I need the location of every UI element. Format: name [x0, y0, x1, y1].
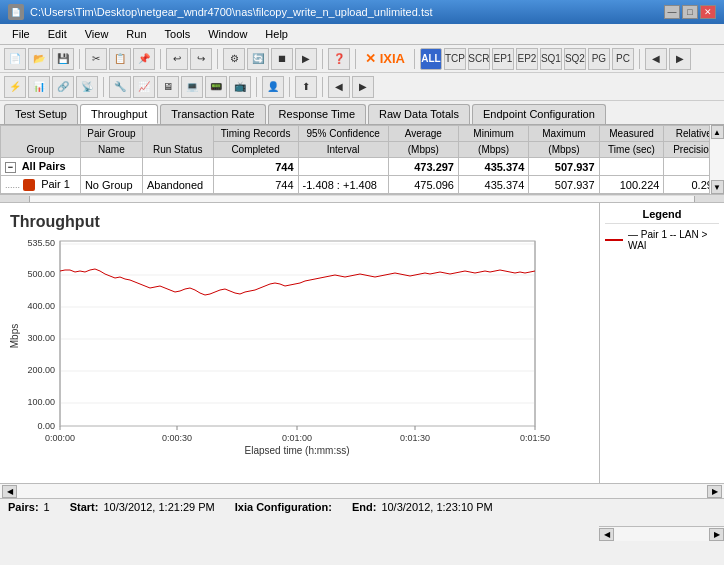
ep2-button[interactable]: EP2 — [516, 48, 538, 70]
refresh-button[interactable]: 🔄 — [247, 48, 269, 70]
help-icon-button[interactable]: ❓ — [328, 48, 350, 70]
chart-hscrollbar[interactable]: ◀ ▶ — [0, 483, 724, 498]
tree-dots: ...... — [5, 180, 20, 190]
settings-button[interactable]: ⚙ — [223, 48, 245, 70]
expand-icon[interactable]: − — [5, 162, 16, 173]
cell-minimum: 435.374 — [458, 158, 528, 176]
tab-test-setup[interactable]: Test Setup — [4, 104, 78, 124]
legend-title: Legend — [605, 208, 719, 224]
title-bar-buttons[interactable]: — □ ✕ — [664, 5, 716, 19]
minimize-button[interactable]: — — [664, 5, 680, 19]
svg-text:0:01:30: 0:01:30 — [400, 433, 430, 443]
tool6[interactable]: 📈 — [133, 76, 155, 98]
all-pairs-label: All Pairs — [22, 160, 66, 172]
separator-5 — [355, 49, 356, 69]
svg-text:0:01:50: 0:01:50 — [520, 433, 550, 443]
tool1[interactable]: ⚡ — [4, 76, 26, 98]
col-header-time-sec: Time (sec) — [599, 142, 664, 158]
tcp-button[interactable]: TCP — [444, 48, 466, 70]
tool8[interactable]: 💻 — [181, 76, 203, 98]
menu-run[interactable]: Run — [118, 26, 154, 42]
menu-help[interactable]: Help — [257, 26, 296, 42]
svg-text:535.50: 535.50 — [27, 238, 55, 248]
tool13[interactable]: ◀ — [328, 76, 350, 98]
scroll-up-btn[interactable]: ▲ — [711, 125, 724, 139]
cell-average: 473.297 — [388, 158, 458, 176]
svg-text:100.00: 100.00 — [27, 397, 55, 407]
pg-button[interactable]: PG — [588, 48, 610, 70]
tool10[interactable]: 📺 — [229, 76, 251, 98]
col-header-average-mbps: (Mbps) — [388, 142, 458, 158]
col-header-minimum: Minimum — [458, 126, 528, 142]
stop-button[interactable]: ⏹ — [271, 48, 293, 70]
separator-2 — [160, 49, 161, 69]
start-label: Start: — [70, 501, 99, 513]
new-button[interactable]: 📄 — [4, 48, 26, 70]
menu-file[interactable]: File — [4, 26, 38, 42]
tool4[interactable]: 📡 — [76, 76, 98, 98]
chart-area: Throughput 535.50 500.00 400.00 300.00 2… — [0, 203, 599, 483]
legend-item-pair1: — Pair 1 -- LAN > WAI — [605, 229, 719, 251]
sep-t2 — [256, 77, 257, 97]
nav-right-button[interactable]: ▶ — [669, 48, 691, 70]
tool11[interactable]: 👤 — [262, 76, 284, 98]
menu-tools[interactable]: Tools — [157, 26, 199, 42]
undo-button[interactable]: ↩ — [166, 48, 188, 70]
col-header-timing-records: Timing Records — [213, 126, 298, 142]
paste-button[interactable]: 📌 — [133, 48, 155, 70]
cell-abandoned: Abandoned — [142, 176, 213, 194]
pair-label: Pair 1 — [41, 178, 70, 190]
tool7[interactable]: 🖥 — [157, 76, 179, 98]
cell-min-pair: 435.374 — [458, 176, 528, 194]
svg-text:200.00: 200.00 — [27, 365, 55, 375]
save-button[interactable]: 💾 — [52, 48, 74, 70]
tab-response-time[interactable]: Response Time — [268, 104, 366, 124]
copy-button[interactable]: 📋 — [109, 48, 131, 70]
hscroll-left[interactable] — [0, 196, 30, 202]
svg-text:0:01:00: 0:01:00 — [282, 433, 312, 443]
table-vscrollbar[interactable]: ▲ ▼ — [709, 125, 724, 194]
menu-window[interactable]: Window — [200, 26, 255, 42]
tool12[interactable]: ⬆ — [295, 76, 317, 98]
menu-view[interactable]: View — [77, 26, 117, 42]
table-hscrollbar[interactable] — [0, 195, 724, 203]
sq2-button[interactable]: SQ2 — [564, 48, 586, 70]
separator-1 — [79, 49, 80, 69]
menu-edit[interactable]: Edit — [40, 26, 75, 42]
pc-button[interactable]: PC — [612, 48, 634, 70]
tool3[interactable]: 🔗 — [52, 76, 74, 98]
tool2[interactable]: 📊 — [28, 76, 50, 98]
hscroll-right[interactable] — [694, 196, 724, 202]
maximize-button[interactable]: □ — [682, 5, 698, 19]
scr-button[interactable]: SCR — [468, 48, 490, 70]
tool5[interactable]: 🔧 — [109, 76, 131, 98]
scroll-down-btn[interactable]: ▼ — [711, 180, 724, 194]
tab-raw-data-totals[interactable]: Raw Data Totals — [368, 104, 470, 124]
pair-icon — [23, 179, 35, 191]
sq1-button[interactable]: SQ1 — [540, 48, 562, 70]
chart-scroll-right[interactable]: ▶ — [707, 485, 722, 498]
svg-text:0.00: 0.00 — [37, 421, 55, 431]
close-button[interactable]: ✕ — [700, 5, 716, 19]
chart-scroll-left[interactable]: ◀ — [2, 485, 17, 498]
tool14[interactable]: ▶ — [352, 76, 374, 98]
redo-button[interactable]: ↪ — [190, 48, 212, 70]
app-icon: 📄 — [8, 4, 24, 20]
toolbar-row-1: 📄 📂 💾 ✂ 📋 📌 ↩ ↪ ⚙ 🔄 ⏹ ▶ ❓ ✕ IXIA ALL TCP… — [0, 45, 724, 73]
ep1-button[interactable]: EP1 — [492, 48, 514, 70]
tool9[interactable]: 📟 — [205, 76, 227, 98]
nav-left-button[interactable]: ◀ — [645, 48, 667, 70]
status-start: Start: 10/3/2012, 1:21:29 PM — [70, 501, 215, 513]
col-header-average: Average — [388, 126, 458, 142]
legend-area: Legend — Pair 1 -- LAN > WAI ◀ ▶ — [599, 203, 724, 483]
cut-button[interactable]: ✂ — [85, 48, 107, 70]
tab-transaction-rate[interactable]: Transaction Rate — [160, 104, 265, 124]
tab-endpoint-config[interactable]: Endpoint Configuration — [472, 104, 606, 124]
play-button[interactable]: ▶ — [295, 48, 317, 70]
col-header-maximum: Maximum — [529, 126, 599, 142]
open-button[interactable]: 📂 — [28, 48, 50, 70]
tab-throughput[interactable]: Throughput — [80, 104, 158, 124]
cell-timing: 744 — [213, 158, 298, 176]
all-badge[interactable]: ALL — [420, 48, 442, 70]
cell-pair-group — [80, 158, 142, 176]
